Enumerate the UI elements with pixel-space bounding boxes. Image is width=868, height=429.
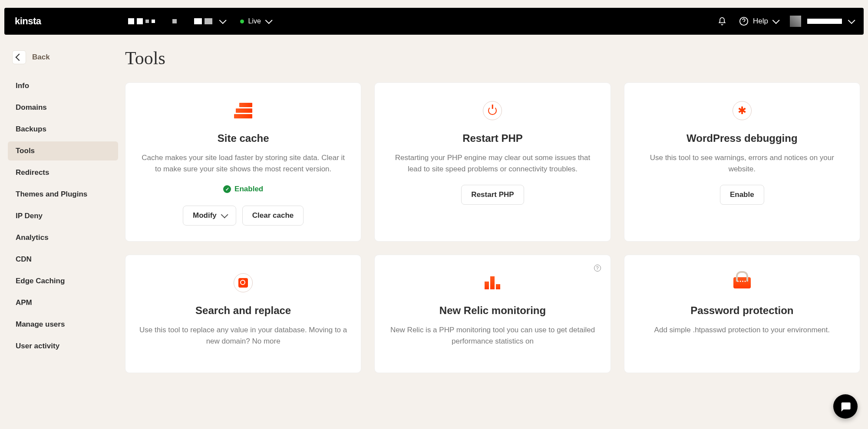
card-restart-php: Restart PHP Restarting your PHP engine m… <box>374 82 611 242</box>
help-menu[interactable]: Help <box>739 16 778 26</box>
button-label: Modify <box>193 211 217 220</box>
clear-cache-button[interactable]: Clear cache <box>242 206 304 226</box>
logo: kinsta <box>15 16 41 27</box>
card-search-replace: Search and replace Use this tool to repl… <box>125 255 361 373</box>
sidebar-item-user-activity[interactable]: User activity <box>8 337 118 356</box>
sidebar: Back Info Domains Backups Tools Redirect… <box>4 48 122 373</box>
card-description: Add simple .htpasswd protection to your … <box>637 324 847 336</box>
button-label: Restart PHP <box>471 190 514 199</box>
arrow-left-icon <box>16 54 23 61</box>
restart-icon <box>482 100 503 121</box>
button-label: Clear cache <box>252 211 294 220</box>
sidebar-item-domains[interactable]: Domains <box>8 98 118 117</box>
chevron-down-icon <box>772 16 780 24</box>
card-wp-debugging: ✱ WordPress debugging Use this tool to s… <box>624 82 860 242</box>
notifications-icon[interactable] <box>717 16 727 26</box>
bar-chart-icon <box>482 272 503 293</box>
card-title: Search and replace <box>139 305 348 317</box>
card-description: New Relic is a PHP monitoring tool you c… <box>388 324 597 347</box>
sidebar-item-backups[interactable]: Backups <box>8 120 118 139</box>
card-description: Cache makes your site load faster by sto… <box>139 152 348 174</box>
status-dot-icon <box>240 20 244 23</box>
user-name-obscured <box>807 19 842 24</box>
sidebar-item-info[interactable]: Info <box>8 76 118 95</box>
card-title: New Relic monitoring <box>388 305 597 317</box>
status-label: Enabled <box>234 185 263 193</box>
search-replace-icon <box>233 272 254 293</box>
card-new-relic: ? New Relic monitoring New Relic is a PH… <box>374 255 611 373</box>
help-label: Help <box>753 17 768 26</box>
card-site-cache: Site cache Cache makes your site load fa… <box>125 82 361 242</box>
sidebar-item-redirects[interactable]: Redirects <box>8 163 118 182</box>
card-title: Password protection <box>637 305 847 317</box>
info-icon[interactable]: ? <box>594 265 601 272</box>
content-area: Tools Site cache Cache makes your site l… <box>122 48 864 373</box>
sidebar-item-themes-plugins[interactable]: Themes and Plugins <box>8 185 118 204</box>
card-description: Use this tool to see warnings, errors an… <box>637 152 847 174</box>
sidebar-item-analytics[interactable]: Analytics <box>8 228 118 247</box>
card-title: Site cache <box>139 132 348 144</box>
card-title: Restart PHP <box>388 132 597 144</box>
breadcrumb-obscured <box>128 18 155 24</box>
sidebar-item-tools[interactable]: Tools <box>8 141 118 160</box>
server-icon <box>233 100 254 121</box>
enable-button[interactable]: Enable <box>720 185 764 205</box>
sidebar-item-ip-deny[interactable]: IP Deny <box>8 206 118 226</box>
card-title: WordPress debugging <box>637 132 847 144</box>
lock-icon <box>732 272 752 293</box>
button-label: Enable <box>730 190 754 199</box>
restart-php-button[interactable]: Restart PHP <box>461 185 524 205</box>
help-icon <box>739 16 749 26</box>
sidebar-item-cdn[interactable]: CDN <box>8 250 118 269</box>
status-enabled: ✓ Enabled <box>139 185 348 193</box>
environment-selector[interactable]: Live <box>240 17 271 25</box>
chevron-down-icon <box>219 16 226 24</box>
check-circle-icon: ✓ <box>223 185 231 193</box>
environment-label: Live <box>248 17 261 25</box>
site-name-obscured[interactable] <box>194 18 212 24</box>
top-bar: kinsta Live Help <box>4 8 864 35</box>
user-menu[interactable] <box>790 16 853 27</box>
sidebar-item-manage-users[interactable]: Manage users <box>8 315 118 334</box>
chevron-down-icon <box>221 211 228 218</box>
sidebar-item-apm[interactable]: APM <box>8 293 118 312</box>
page-title: Tools <box>125 48 860 69</box>
chevron-down-icon <box>848 16 855 24</box>
card-description: Restarting your PHP engine may clear out… <box>388 152 597 174</box>
card-password-protection: Password protection Add simple .htpasswd… <box>624 255 860 373</box>
site-selector-obscured[interactable] <box>172 19 177 23</box>
back-label[interactable]: Back <box>32 53 50 62</box>
modify-button[interactable]: Modify <box>183 206 236 226</box>
bug-icon: ✱ <box>732 100 752 121</box>
back-button[interactable] <box>12 50 26 64</box>
sidebar-item-edge-caching[interactable]: Edge Caching <box>8 272 118 291</box>
avatar <box>790 16 801 27</box>
chevron-down-icon <box>265 16 273 24</box>
card-description: Use this tool to replace any value in yo… <box>139 324 348 347</box>
